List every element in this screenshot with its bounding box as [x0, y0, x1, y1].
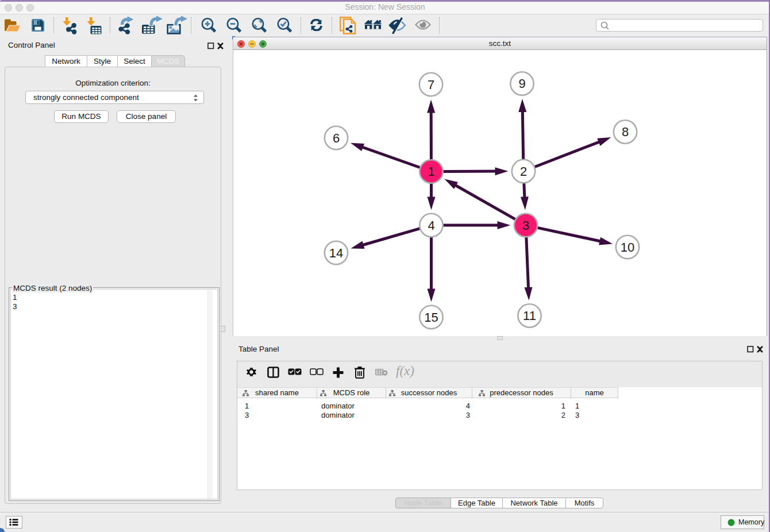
- svg-text:8: 8: [622, 125, 629, 139]
- svg-text:1: 1: [428, 164, 434, 179]
- svg-text:7: 7: [428, 78, 434, 92]
- svg-text:15: 15: [424, 310, 438, 325]
- svg-text:9: 9: [518, 76, 525, 91]
- svg-text:14: 14: [329, 246, 343, 260]
- svg-text:11: 11: [523, 309, 536, 323]
- svg-text:6: 6: [333, 131, 340, 145]
- svg-text:4: 4: [428, 218, 434, 233]
- svg-text:2: 2: [520, 164, 527, 179]
- svg-text:10: 10: [621, 240, 634, 255]
- svg-text:3: 3: [522, 218, 529, 233]
